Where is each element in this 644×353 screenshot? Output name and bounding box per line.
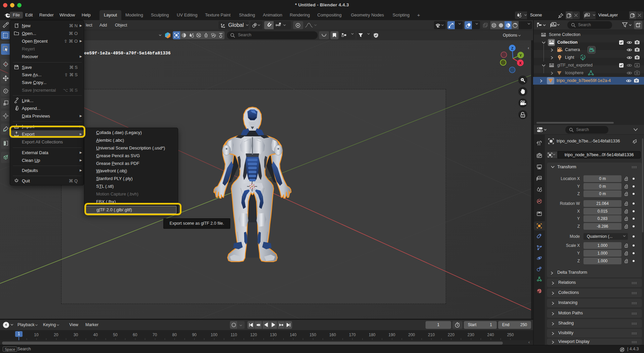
svg-text:X: X: [519, 61, 522, 65]
svg-text:Y: Y: [519, 53, 522, 57]
svg-text:Z: Z: [511, 46, 514, 50]
